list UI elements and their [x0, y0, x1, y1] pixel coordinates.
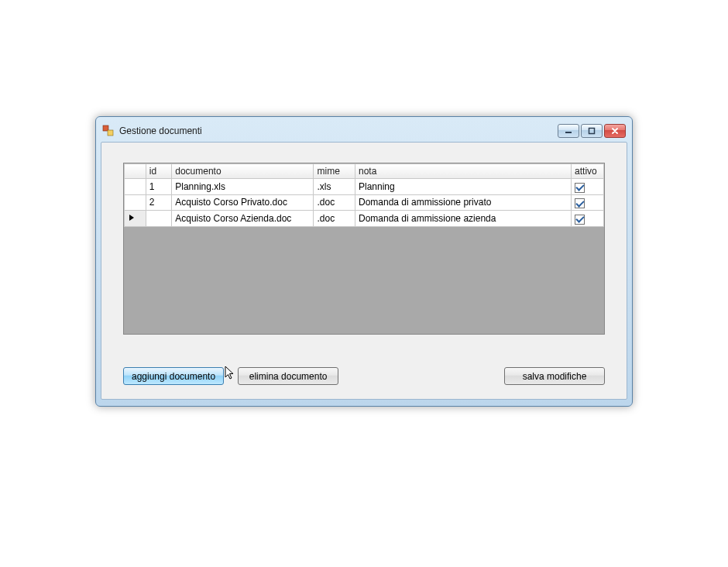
svg-rect-1: [108, 130, 113, 136]
col-header-mime[interactable]: mime: [314, 164, 355, 179]
close-button[interactable]: [604, 124, 626, 138]
attivo-checkbox[interactable]: [575, 215, 585, 225]
row-header[interactable]: [125, 179, 146, 195]
grid-table: id documento mime nota attivo 1Planning.…: [124, 163, 604, 227]
table-row[interactable]: 1Planning.xls.xlsPlanning: [125, 179, 604, 195]
cell-id[interactable]: 2: [146, 194, 172, 211]
window-controls: [558, 124, 626, 138]
cell-attivo[interactable]: [572, 179, 604, 195]
cell-attivo[interactable]: [572, 194, 604, 211]
cell-attivo[interactable]: [572, 211, 604, 227]
cell-nota[interactable]: Domanda di ammissione azienda: [355, 211, 571, 227]
cell-nota[interactable]: Domanda di ammissione privato: [355, 194, 571, 211]
title-bar[interactable]: Gestione documenti: [101, 122, 627, 142]
add-document-button[interactable]: aggiungi documento: [123, 367, 224, 385]
svg-rect-3: [589, 129, 595, 134]
col-header-id[interactable]: id: [146, 164, 172, 179]
cell-mime[interactable]: .doc: [314, 194, 355, 211]
data-grid[interactable]: id documento mime nota attivo 1Planning.…: [123, 163, 605, 335]
window-frame: Gestione documenti id documento m: [95, 116, 633, 407]
col-header-nota[interactable]: nota: [355, 164, 571, 179]
attivo-checkbox[interactable]: [575, 183, 585, 193]
maximize-button[interactable]: [581, 124, 603, 138]
row-header[interactable]: [125, 194, 146, 211]
delete-document-button[interactable]: elimina documento: [238, 367, 338, 385]
col-header-attivo[interactable]: attivo: [572, 164, 604, 179]
row-header-corner[interactable]: [125, 164, 146, 179]
col-header-documento[interactable]: documento: [172, 164, 314, 179]
client-area: id documento mime nota attivo 1Planning.…: [101, 142, 627, 400]
cell-mime[interactable]: .doc: [314, 211, 355, 227]
cell-nota[interactable]: Planning: [355, 179, 571, 195]
save-changes-button[interactable]: salva modifiche: [504, 367, 605, 385]
cell-mime[interactable]: .xls: [314, 179, 355, 195]
button-row: aggiungi documento elimina documento sal…: [123, 367, 605, 385]
attivo-checkbox[interactable]: [575, 198, 585, 208]
cell-id[interactable]: 3: [146, 211, 172, 227]
cell-documento[interactable]: Planning.xls: [172, 179, 314, 195]
cell-documento[interactable]: Acquisto Corso Privato.doc: [172, 194, 314, 211]
app-icon: [102, 125, 115, 137]
grid-header-row: id documento mime nota attivo: [125, 164, 604, 179]
svg-rect-2: [565, 132, 572, 133]
cell-id[interactable]: 1: [146, 179, 172, 195]
table-row[interactable]: 3Acquisto Corso Azienda.doc.docDomanda d…: [125, 211, 604, 227]
window-title: Gestione documenti: [119, 125, 558, 136]
table-row[interactable]: 2Acquisto Corso Privato.doc.docDomanda d…: [125, 194, 604, 211]
row-header[interactable]: [125, 211, 146, 227]
cell-documento[interactable]: Acquisto Corso Azienda.doc: [172, 211, 314, 227]
minimize-button[interactable]: [558, 124, 579, 138]
